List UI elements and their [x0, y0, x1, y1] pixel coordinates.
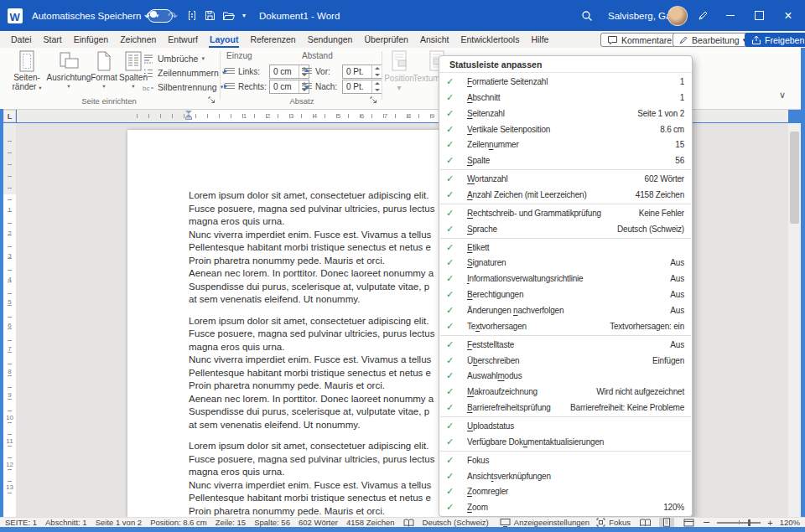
menu-item[interactable]: ✓SeitenzahlSeite 1 von 2 [439, 106, 692, 121]
menu-item[interactable]: ✓BarrierefreiheitsprüfungBarrierefreihei… [439, 400, 692, 416]
zoom-level[interactable]: 120% [780, 518, 800, 527]
menu-item[interactable]: ✓Rechtschreib- und GrammatikprüfungKeine… [439, 205, 692, 221]
undo-button[interactable]: ↶▾ [144, 0, 158, 31]
menu-item[interactable]: ✓Uploadstatus [439, 418, 692, 434]
spacing-after-input[interactable]: 0 Pt. [342, 80, 382, 94]
menu-item[interactable]: ✓Änderungen nachverfolgenAus [439, 302, 692, 318]
tab-datei[interactable]: Datei [5, 31, 38, 48]
language-status[interactable]: Deutsch (Schweiz) [423, 518, 489, 527]
tab-entwicklertools[interactable]: Entwicklertools [454, 31, 525, 48]
breaks-button[interactable]: Umbrüche▾ [143, 53, 205, 65]
close-button[interactable]: × [776, 0, 801, 31]
menu-item[interactable]: ✓TextvorhersagenTextvorhersagen: ein [439, 318, 692, 334]
display-settings-button[interactable]: Anzeigeeinstellungen [500, 518, 589, 527]
zoom-in-button[interactable]: + [767, 518, 772, 528]
menu-item-label: Überschreiben [467, 356, 519, 365]
zoom-out-button[interactable]: − [703, 517, 710, 528]
statusbar-item[interactable]: Abschnitt: 1 [45, 518, 87, 527]
proofing-book-icon[interactable] [403, 519, 414, 527]
menu-item[interactable]: ✓Zeilennummer15 [439, 137, 692, 152]
menu-item[interactable]: ✓SpracheDeutsch (Schweiz) [439, 221, 692, 237]
menu-item[interactable]: ✓SignaturenAus [439, 255, 692, 271]
menu-item[interactable]: ✓Abschnitt1 [439, 90, 692, 106]
position-button: Position ▾ [384, 50, 414, 92]
paper-size-button[interactable]: Format ▾ [89, 50, 119, 97]
menu-item[interactable]: ✓Vertikale Seitenposition8.6 cm [439, 121, 692, 137]
tab-entwurf[interactable]: Entwurf [162, 31, 204, 48]
orientation-button[interactable]: Ausrichtung ▾ [48, 50, 90, 97]
menu-item[interactable]: ✓Zoomregler [439, 483, 692, 499]
ruler-number: 1 [241, 112, 249, 120]
statusbar-item[interactable]: Zeile: 15 [216, 518, 246, 527]
menu-item[interactable]: ✓Auswahlmodus [439, 368, 692, 384]
share-button[interactable]: Freigeben ▾ [745, 33, 805, 47]
indent-marker[interactable] [184, 111, 192, 121]
tab-sendungen[interactable]: Sendungen [302, 31, 359, 48]
menu-item-value: 15 [675, 140, 684, 149]
tab-stop-selector[interactable]: L [3, 110, 16, 122]
web-layout-button[interactable] [681, 518, 696, 527]
search-icon[interactable] [581, 0, 593, 31]
tab-ansicht[interactable]: Ansicht [414, 31, 454, 48]
statusbar-item[interactable]: Spalte: 56 [254, 518, 290, 527]
menu-item[interactable]: ✓Zoom120% [439, 499, 692, 515]
zoom-slider-thumb[interactable] [748, 519, 751, 526]
open-folder-icon[interactable] [222, 0, 235, 31]
focus-mode-button[interactable]: Fokus [596, 518, 631, 527]
tab-zeichnen[interactable]: Zeichnen [114, 31, 162, 48]
tab-hilfe[interactable]: Hilfe [525, 31, 554, 48]
qat-customize-icon[interactable]: ▾ [241, 0, 246, 31]
spacing-before-input[interactable]: 0 Pt. [342, 65, 382, 79]
comments-button[interactable]: Kommentare [600, 33, 678, 47]
collapse-ribbon-icon[interactable]: ∨ [779, 90, 786, 101]
vertical-scrollbar[interactable] [788, 123, 801, 517]
statusbar-item[interactable]: Position: 8.6 cm [150, 518, 207, 527]
menu-item[interactable]: ✓InformationsverwaltungsrichtlinieAus [439, 271, 692, 287]
tab-einfügen[interactable]: Einfügen [68, 31, 114, 48]
menu-item[interactable]: ✓Wortanzahl602 Wörter [439, 171, 692, 187]
menu-item[interactable]: ✓Spalte56 [439, 152, 692, 168]
menu-item[interactable]: ✓Formatierte Seitenzahl1 [439, 74, 692, 90]
paragraph-block: Lorem ipsum dolor sit amet, consectetuer… [189, 315, 440, 432]
avatar[interactable] [667, 0, 688, 31]
page-setup-dialog-launcher-icon[interactable] [207, 96, 216, 105]
menu-item[interactable]: ✓Fokus [439, 452, 692, 468]
editing-mode-button[interactable]: Bearbeitung ▾ [673, 33, 752, 47]
menu-item[interactable]: ✓MakroaufzeichnungWird nicht aufgezeichn… [439, 384, 692, 400]
spacing-before-field: Vor: 0 Pt. [302, 65, 382, 79]
menu-item[interactable]: ✓Anzahl Zeichen (mit Leerzeichen)4158 Ze… [439, 187, 692, 203]
statusbar-item[interactable]: 602 Wörter [299, 518, 338, 527]
menu-item[interactable]: ✓FeststelltasteAus [439, 337, 692, 353]
hyphenation-button[interactable]: bc Silbentrennung▾ [143, 81, 223, 93]
tab-überprüfen[interactable]: Überprüfen [358, 31, 414, 48]
zoom-slider[interactable] [717, 518, 761, 527]
page-margins-button[interactable]: Seiten- ränder ▾ [7, 50, 47, 97]
menu-item[interactable]: ✓Verfügbare Dokumentaktualisierungen [439, 434, 692, 450]
statusbar-item[interactable]: SEITE: 1 [5, 518, 37, 527]
tab-start[interactable]: Start [38, 31, 68, 48]
redo-button[interactable]: ↷ [168, 0, 178, 31]
ink-pen-icon[interactable] [698, 0, 709, 31]
paragraph-dialog-launcher-icon[interactable] [369, 96, 378, 105]
tab-referenzen[interactable]: Referenzen [244, 31, 301, 48]
scrollbar-thumb[interactable] [790, 132, 799, 224]
save-icon[interactable] [205, 0, 216, 31]
touch-mouse-mode-icon[interactable] [188, 0, 196, 31]
tab-layout[interactable]: Layout [204, 31, 244, 48]
menu-item[interactable]: ✓Etikett [439, 240, 692, 256]
word-logo-icon[interactable]: W [7, 0, 23, 31]
spinner[interactable] [371, 65, 382, 78]
minimize-button[interactable] [718, 0, 743, 31]
print-layout-button[interactable] [659, 518, 674, 527]
menu-item[interactable]: ✓Ansichtsverknüpfungen [439, 468, 692, 484]
menu-item[interactable]: ✓BerechtigungenAus [439, 287, 692, 302]
ruler-number: 6 [3, 322, 16, 329]
maximize-button[interactable] [746, 0, 771, 31]
read-mode-button[interactable] [637, 518, 652, 527]
menu-item[interactable]: ✓ÜberschreibenEinfügen [439, 353, 692, 369]
statusbar-item[interactable]: Seite 1 von 2 [96, 518, 142, 527]
spinner[interactable] [371, 80, 382, 93]
line-numbers-button[interactable]: Zeilennummern▾ [143, 67, 225, 79]
statusbar-item[interactable]: 4158 Zeichen [346, 518, 395, 527]
text-line: Pellentesque habitant morbi tristique se… [189, 241, 440, 255]
